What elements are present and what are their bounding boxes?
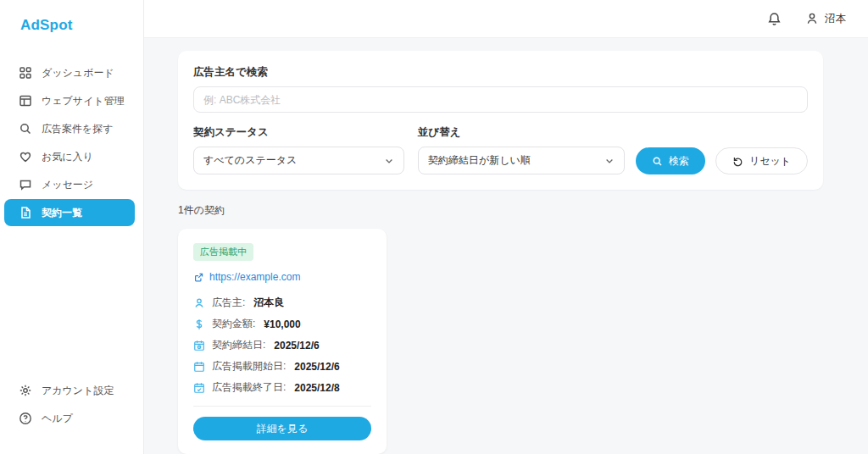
chevron-down-icon bbox=[384, 156, 394, 166]
content: 広告主名で検索 契約ステータス すべてのステータス 並び替え bbox=[144, 38, 868, 454]
card-divider bbox=[193, 406, 371, 407]
external-link-icon bbox=[193, 272, 204, 283]
calendar-clock-icon bbox=[193, 340, 205, 352]
document-icon bbox=[19, 206, 32, 219]
search-icon bbox=[652, 156, 663, 167]
contract-url-link[interactable]: https://example.com bbox=[193, 271, 371, 283]
advertiser-search-input[interactable] bbox=[193, 86, 808, 113]
sidebar-item-dashboard[interactable]: ダッシュボード bbox=[4, 59, 135, 86]
detail-label: 契約締結日: bbox=[212, 338, 265, 352]
detail-contract-date: 契約締結日: 2025/12/6 bbox=[193, 338, 371, 352]
keyword-search-label: 広告主名で検索 bbox=[193, 65, 808, 80]
status-select[interactable]: すべてのステータス bbox=[193, 147, 404, 174]
calendar-check-icon bbox=[193, 382, 205, 394]
sort-select[interactable]: 契約締結日が新しい順 bbox=[418, 147, 625, 174]
detail-label: 広告掲載終了日: bbox=[212, 380, 286, 395]
chat-bubble-icon bbox=[19, 178, 32, 191]
filter-actions: 検索 リセット bbox=[636, 147, 808, 174]
chevron-down-icon bbox=[604, 156, 615, 166]
reset-button[interactable]: リセット bbox=[715, 147, 808, 174]
search-icon bbox=[19, 122, 32, 136]
person-icon bbox=[193, 297, 205, 309]
status-filter-label: 契約ステータス bbox=[193, 125, 404, 140]
sidebar-item-label: ダッシュボード bbox=[42, 66, 114, 80]
status-select-value: すべてのステータス bbox=[203, 153, 297, 168]
contract-card: 広告掲載中 https://example.com 広告主: 沼本良 bbox=[178, 229, 387, 454]
sidebar-item-label: アカウント設定 bbox=[42, 384, 114, 398]
reset-button-label: リセット bbox=[749, 154, 791, 169]
detail-ad-start-date: 広告掲載開始日: 2025/12/6 bbox=[193, 359, 371, 374]
sort-label: 並び替え bbox=[418, 125, 625, 140]
reset-icon bbox=[732, 156, 743, 167]
sort-filter-group: 並び替え 契約締結日が新しい順 bbox=[418, 125, 625, 174]
calendar-icon bbox=[193, 361, 205, 373]
detail-label: 契約金額: bbox=[212, 317, 255, 331]
detail-ad-end-date: 広告掲載終了日: 2025/12/8 bbox=[193, 380, 371, 395]
sidebar-item-label: 契約一覧 bbox=[42, 206, 82, 220]
status-filter-group: 契約ステータス すべてのステータス bbox=[193, 125, 404, 174]
browser-window-icon bbox=[19, 94, 32, 108]
sidebar-item-contract-list[interactable]: 契約一覧 bbox=[4, 199, 135, 226]
sidebar-item-label: 広告案件を探す bbox=[42, 122, 114, 136]
search-button-label: 検索 bbox=[669, 154, 689, 169]
view-details-button[interactable]: 詳細を見る bbox=[193, 417, 371, 440]
notifications-button[interactable] bbox=[767, 12, 782, 26]
sidebar-item-help[interactable]: ヘルプ bbox=[4, 405, 135, 432]
user-menu[interactable]: 沼本 bbox=[805, 12, 846, 26]
detail-contract-amount: 契約金額: ¥10,000 bbox=[193, 317, 371, 331]
sidebar-footer-nav: アカウント設定 ヘルプ bbox=[0, 377, 143, 433]
detail-value: 2025/12/6 bbox=[274, 340, 319, 352]
topbar: 沼本 bbox=[144, 0, 868, 38]
sidebar-item-messages[interactable]: メッセージ bbox=[4, 171, 135, 198]
app-window: AdSpot ダッシュボード ウェブサイト管理 広告案件を探す bbox=[0, 0, 868, 454]
sidebar-spacer bbox=[0, 227, 143, 377]
sidebar-item-label: お気に入り bbox=[42, 150, 93, 164]
dashboard-grid-icon bbox=[19, 66, 32, 80]
detail-label: 広告掲載開始日: bbox=[212, 359, 286, 374]
sidebar-item-label: ヘルプ bbox=[42, 412, 73, 426]
heart-icon bbox=[19, 150, 32, 163]
sidebar-item-website-management[interactable]: ウェブサイト管理 bbox=[4, 87, 135, 114]
sidebar-item-account-settings[interactable]: アカウント設定 bbox=[4, 377, 135, 404]
contract-details: 広告主: 沼本良 契約金額: ¥10,000 bbox=[193, 296, 371, 395]
app-logo: AdSpot bbox=[0, 0, 143, 34]
user-name: 沼本 bbox=[825, 12, 846, 26]
dollar-icon bbox=[193, 318, 205, 330]
bell-icon bbox=[767, 12, 782, 26]
detail-value: ¥10,000 bbox=[264, 318, 300, 330]
search-button[interactable]: 検索 bbox=[636, 147, 705, 174]
sort-select-value: 契約締結日が新しい順 bbox=[428, 153, 531, 168]
detail-label: 広告主: bbox=[212, 296, 245, 310]
status-badge: 広告掲載中 bbox=[193, 243, 253, 261]
search-filter-panel: 広告主名で検索 契約ステータス すべてのステータス 並び替え bbox=[178, 51, 823, 190]
user-icon bbox=[805, 12, 819, 25]
result-count: 1件の契約 bbox=[178, 203, 823, 218]
sidebar-item-label: メッセージ bbox=[42, 178, 93, 192]
sidebar: AdSpot ダッシュボード ウェブサイト管理 広告案件を探す bbox=[0, 0, 144, 454]
main-area: 沼本 広告主名で検索 契約ステータス すべてのステータス bbox=[144, 0, 868, 454]
contract-url-text: https://example.com bbox=[209, 271, 300, 283]
detail-value: 沼本良 bbox=[253, 296, 284, 310]
detail-value: 2025/12/8 bbox=[294, 382, 339, 394]
sidebar-nav: ダッシュボード ウェブサイト管理 広告案件を探す お気に入り bbox=[0, 59, 143, 227]
help-circle-icon bbox=[19, 412, 32, 425]
sidebar-item-find-ad-projects[interactable]: 広告案件を探す bbox=[4, 115, 135, 142]
filter-row: 契約ステータス すべてのステータス 並び替え 契約締結日が新しい順 bbox=[193, 125, 808, 174]
sidebar-item-label: ウェブサイト管理 bbox=[42, 94, 125, 108]
gear-icon bbox=[19, 384, 32, 397]
detail-value: 2025/12/6 bbox=[294, 361, 339, 373]
detail-advertiser: 広告主: 沼本良 bbox=[193, 296, 371, 310]
sidebar-item-favorites[interactable]: お気に入り bbox=[4, 143, 135, 170]
